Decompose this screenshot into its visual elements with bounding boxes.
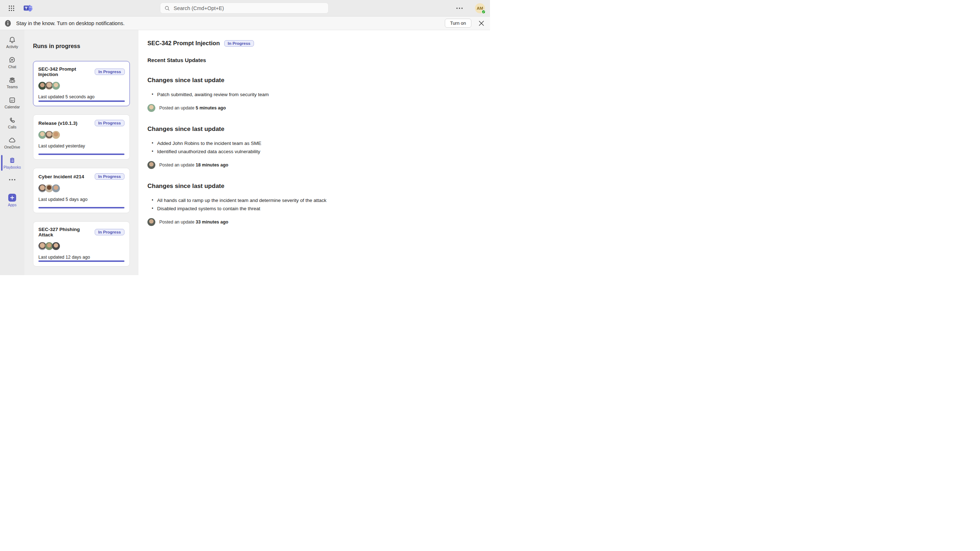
update-heading: Changes since last update (148, 77, 476, 84)
avatar-group (38, 242, 124, 250)
rail-more-options[interactable] (0, 175, 24, 185)
update-heading: Changes since last update (148, 126, 476, 133)
avatar (52, 185, 60, 192)
run-card-list: SEC-342 Prompt Injection In Progress Las… (33, 61, 130, 275)
search-icon (164, 5, 170, 11)
last-updated-text: Last updated yesterday (38, 143, 124, 148)
run-card-sec-342[interactable]: SEC-342 Prompt Injection In Progress Las… (33, 61, 130, 106)
update-bullet-list: Added John Robins to the incident team a… (148, 139, 476, 156)
update-section: Changes since last update Patch submitte… (148, 77, 476, 112)
posted-text: Posted an update 18 minutes ago (159, 162, 228, 167)
profile-avatar[interactable]: AM (475, 3, 485, 13)
progress-bar (38, 260, 124, 262)
progress-bar (38, 207, 124, 209)
run-card-cyber-incident[interactable]: Cyber Incident #214 In Progress Last upd… (33, 168, 130, 213)
last-updated-text: Last updated 12 days ago (38, 255, 124, 260)
search-input[interactable]: Search (Cmd+Opt+E) (160, 3, 329, 14)
run-card-sec-327[interactable]: SEC-327 Phishing Attack In Progress Last… (33, 221, 130, 266)
status-badge: In Progress (95, 120, 124, 126)
more-options-icon (8, 178, 16, 181)
rail-item-label: Teams (7, 84, 18, 89)
clipboard-icon (9, 157, 16, 164)
app-launcher-icon[interactable] (8, 5, 15, 11)
progress-bar (38, 153, 124, 155)
info-icon (4, 20, 11, 27)
sidebar-item-chat[interactable]: Chat (0, 53, 24, 72)
update-bullet-list: Patch submitted, awaiting review from se… (148, 91, 476, 99)
status-badge: In Progress (95, 68, 124, 75)
update-section: Changes since last update Added John Rob… (148, 126, 476, 169)
panel-title: Runs in progress (33, 43, 130, 49)
status-badge: In Progress (95, 173, 124, 180)
update-section: Changes since last update All hands call… (148, 183, 476, 226)
avatar-group (38, 82, 125, 90)
status-badge: In Progress (95, 229, 124, 235)
posted-row: Posted an update 18 minutes ago (148, 161, 476, 169)
sidebar-item-calls[interactable]: Calls (0, 113, 24, 133)
update-heading: Changes since last update (148, 183, 476, 190)
rail-item-label: OneDrive (4, 145, 20, 149)
teams-logo-icon (23, 4, 33, 13)
sidebar-item-activity[interactable]: Activity (0, 32, 24, 53)
sidebar-item-calendar[interactable]: Calendar (0, 92, 24, 113)
update-bullet: Patch submitted, awaiting review from se… (152, 91, 476, 99)
calendar-icon (9, 97, 16, 104)
notification-banner: Stay in the know. Turn on desktop notifi… (0, 16, 490, 30)
active-indicator (1, 155, 3, 171)
banner-message: Stay in the know. Turn on desktop notifi… (16, 21, 124, 26)
update-bullet: Disabled impacted systems to contain the… (152, 204, 476, 213)
rail-item-label: Calls (8, 125, 16, 129)
apps-plus-icon (8, 194, 16, 202)
sidebar-item-onedrive[interactable]: OneDrive (0, 133, 24, 153)
page-title: SEC-342 Prompt Injection (148, 40, 220, 47)
run-card-release[interactable]: Release (v10.1.3) In Progress Last updat… (33, 115, 130, 160)
people-icon (9, 76, 16, 84)
last-updated-text: Last updated 5 days ago (38, 197, 124, 202)
close-icon[interactable] (478, 20, 485, 27)
last-updated-text: Last updated 5 seconds ago (38, 94, 125, 99)
posted-row: Posted an update 5 minutes ago (148, 104, 476, 112)
run-card-title: SEC-342 Prompt Injection (38, 66, 95, 77)
rail-item-label: Playbooks (3, 165, 21, 169)
run-card-title: Cyber Incident #214 (38, 174, 84, 179)
avatar-group (38, 185, 124, 192)
run-card-title: SEC-327 Phishing Attack (38, 227, 95, 237)
rail-item-label: Activity (6, 45, 18, 49)
bell-icon (9, 36, 16, 43)
update-bullet: All hands call to ramp up the incident t… (152, 196, 476, 204)
presence-available-icon (481, 10, 486, 14)
rail-item-label: Chat (8, 65, 16, 69)
run-detail: SEC-342 Prompt Injection In Progress Rec… (138, 30, 490, 275)
cloud-icon (8, 137, 16, 144)
app-rail: Activity Chat Teams (0, 30, 24, 275)
poster-avatar (148, 218, 155, 226)
avatar-group (38, 131, 124, 139)
recent-status-heading: Recent Status Updates (148, 57, 476, 63)
poster-avatar (148, 104, 155, 112)
posted-text: Posted an update 5 minutes ago (159, 105, 226, 110)
poster-avatar (148, 161, 155, 169)
more-options-icon[interactable] (455, 5, 464, 11)
progress-bar (38, 100, 125, 102)
run-card-title: Release (v10.1.3) (38, 121, 78, 126)
status-badge: In Progress (224, 40, 254, 47)
update-bullet: Identified unauthorized data access vuln… (152, 147, 476, 156)
turn-on-button[interactable]: Turn on (445, 19, 471, 28)
runs-panel: Runs in progress SEC-342 Prompt Injectio… (24, 30, 138, 275)
posted-text: Posted an update 33 minutes ago (159, 220, 228, 225)
posted-row: Posted an update 33 minutes ago (148, 218, 476, 226)
avatar (52, 82, 60, 90)
sidebar-item-teams[interactable]: Teams (0, 72, 24, 92)
top-bar: Search (Cmd+Opt+E) AM (0, 0, 490, 16)
rail-item-label: Apps (8, 203, 16, 207)
search-placeholder: Search (Cmd+Opt+E) (173, 5, 224, 11)
chat-icon (9, 56, 16, 64)
avatar (52, 242, 60, 250)
sidebar-item-apps[interactable]: Apps (0, 190, 24, 210)
sidebar-item-playbooks[interactable]: Playbooks (0, 153, 24, 173)
rail-item-label: Calendar (5, 105, 20, 109)
phone-icon (9, 116, 16, 124)
avatar (52, 131, 60, 139)
update-bullet-list: All hands call to ramp up the incident t… (148, 196, 476, 213)
update-bullet: Added John Robins to the incident team a… (152, 139, 476, 147)
